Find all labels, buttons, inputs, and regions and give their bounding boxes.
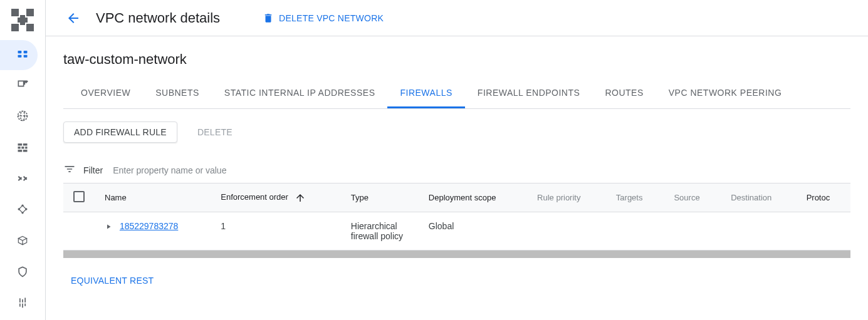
svg-rect-29 xyxy=(24,304,26,306)
col-rule-priority[interactable]: Rule priority xyxy=(527,183,606,212)
col-protocols[interactable]: Protoc xyxy=(797,183,850,212)
add-firewall-rule-button[interactable]: ADD FIREWALL RULE xyxy=(63,121,177,143)
sidebar-item-byoip[interactable] xyxy=(8,102,38,132)
table-row: 185229783278 1 Hierarchical firewall pol… xyxy=(63,212,850,250)
svg-rect-3 xyxy=(26,24,34,31)
col-name[interactable]: Name xyxy=(95,183,211,212)
col-type[interactable]: Type xyxy=(341,183,419,212)
sidebar-item-peering[interactable] xyxy=(8,195,38,225)
firewall-icon xyxy=(16,141,29,156)
svg-rect-15 xyxy=(18,147,21,148)
cell-destination xyxy=(721,212,796,250)
horizontal-scrollbar[interactable] xyxy=(63,250,850,258)
product-logo-icon xyxy=(8,5,38,35)
tab-firewalls[interactable]: FIREWALLS xyxy=(387,79,464,108)
cell-protocols xyxy=(797,212,850,250)
filter-label: Filter xyxy=(83,165,103,175)
arrow-back-icon xyxy=(66,11,81,26)
delete-vpc-label: DELETE VPC NETWORK xyxy=(279,13,384,23)
tab-routes[interactable]: ROUTES xyxy=(592,79,656,108)
sidebar-item-dns[interactable] xyxy=(8,289,38,319)
svg-rect-5 xyxy=(20,15,25,25)
cell-source xyxy=(664,212,721,250)
col-targets[interactable]: Targets xyxy=(606,183,664,212)
vpc-network-icon xyxy=(16,48,29,63)
svg-rect-17 xyxy=(25,147,27,148)
table-header-row: Name Enforcement order Type Deployment s… xyxy=(63,183,850,212)
sidebar-item-serverless[interactable] xyxy=(8,258,38,288)
tab-vpc-network-peering[interactable]: VPC NETWORK PEERING xyxy=(656,79,795,108)
svg-rect-16 xyxy=(21,147,24,148)
back-button[interactable] xyxy=(61,6,86,31)
select-all-checkbox[interactable] xyxy=(73,191,85,202)
svg-rect-6 xyxy=(18,51,22,53)
equivalent-rest-link[interactable]: EQUIVALENT REST xyxy=(63,276,850,286)
trash-icon xyxy=(263,13,274,24)
shared-vpc-icon xyxy=(16,234,29,249)
actions-row: ADD FIREWALL RULE DELETE xyxy=(63,121,850,143)
svg-rect-25 xyxy=(22,299,23,302)
svg-rect-0 xyxy=(11,9,19,16)
cell-targets xyxy=(606,212,664,250)
svg-rect-19 xyxy=(23,150,28,152)
svg-rect-8 xyxy=(18,54,22,57)
delete-vpc-network-button[interactable]: DELETE VPC NETWORK xyxy=(255,8,391,29)
svg-rect-7 xyxy=(24,51,28,53)
sidebar-item-external-ip[interactable] xyxy=(8,71,38,101)
network-name-heading: taw-custom-network xyxy=(63,51,850,68)
cell-enforcement-order: 1 xyxy=(211,212,341,250)
firewall-table: Name Enforcement order Type Deployment s… xyxy=(63,183,850,258)
svg-rect-28 xyxy=(22,304,23,308)
tab-firewall-endpoints[interactable]: FIREWALL ENDPOINTS xyxy=(465,79,593,108)
main-sidebar xyxy=(0,0,46,320)
serverless-icon xyxy=(16,266,29,281)
col-destination[interactable]: Destination xyxy=(721,183,796,212)
page-header: VPC network details DELETE VPC NETWORK xyxy=(46,0,868,36)
firewall-policy-link[interactable]: 185229783278 xyxy=(120,221,178,231)
peering-icon xyxy=(16,203,29,218)
routes-icon xyxy=(16,172,29,187)
svg-rect-13 xyxy=(18,143,23,145)
svg-rect-18 xyxy=(18,150,23,152)
cell-type: Hierarchical firewall policy xyxy=(341,212,419,250)
cell-rule-priority xyxy=(527,212,606,250)
filter-bar: Filter xyxy=(63,158,850,183)
page-title: VPC network details xyxy=(96,10,220,26)
col-source[interactable]: Source xyxy=(664,183,721,212)
tab-overview[interactable]: OVERVIEW xyxy=(63,79,143,108)
tab-static-internal-ip[interactable]: STATIC INTERNAL IP ADDRESSES xyxy=(212,79,388,108)
svg-rect-26 xyxy=(24,298,26,303)
svg-rect-1 xyxy=(26,9,34,16)
expand-row-toggle[interactable] xyxy=(105,223,112,230)
sidebar-item-routes[interactable] xyxy=(8,165,38,195)
svg-rect-14 xyxy=(23,143,28,145)
sidebar-item-vpc-networks[interactable] xyxy=(0,40,38,70)
tabs-container: OVERVIEW SUBNETS STATIC INTERNAL IP ADDR… xyxy=(63,79,850,109)
cell-deployment-scope: Global xyxy=(419,212,527,250)
filter-input[interactable] xyxy=(110,163,850,178)
globe-icon xyxy=(16,110,29,125)
svg-rect-24 xyxy=(19,299,21,303)
col-enforcement-order[interactable]: Enforcement order xyxy=(211,183,341,212)
dns-icon xyxy=(16,296,29,311)
sidebar-item-firewall[interactable] xyxy=(8,133,38,163)
tab-subnets[interactable]: SUBNETS xyxy=(143,79,212,108)
col-deployment-scope[interactable]: Deployment scope xyxy=(419,183,527,212)
external-ip-icon xyxy=(16,79,29,94)
filter-icon xyxy=(63,163,76,178)
svg-rect-9 xyxy=(24,54,28,57)
svg-rect-27 xyxy=(19,304,21,307)
sidebar-item-shared-vpc[interactable] xyxy=(8,227,38,257)
sort-asc-icon xyxy=(295,192,306,204)
svg-rect-2 xyxy=(11,24,19,31)
delete-button: DELETE xyxy=(187,122,243,142)
